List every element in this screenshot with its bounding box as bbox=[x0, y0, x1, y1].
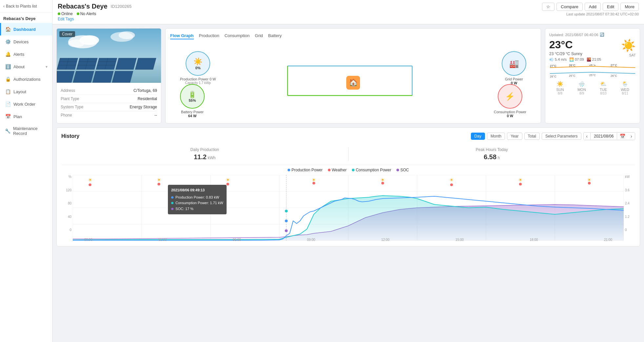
period-day-button[interactable]: Day bbox=[471, 133, 485, 140]
svg-text:27°C: 27°C bbox=[611, 64, 617, 67]
date-prev-button[interactable]: ‹ bbox=[584, 133, 591, 140]
add-button[interactable]: Add bbox=[585, 3, 601, 11]
sidebar-item-devices[interactable]: ⚙️ Devices bbox=[0, 35, 52, 48]
svg-rect-8 bbox=[96, 58, 117, 70]
weather-chart: 27°C 26°C 28°C 27°C 26°C 25°C 25°C 26°C bbox=[549, 64, 636, 77]
battery-node: 🔋 55% Battery Power 64 W bbox=[180, 84, 205, 118]
svg-point-50 bbox=[89, 183, 91, 186]
svg-text:25°C: 25°C bbox=[569, 74, 576, 77]
devices-icon: ⚙️ bbox=[5, 39, 11, 45]
tab-grid[interactable]: Grid bbox=[255, 33, 263, 39]
sidebar-item-authorizations[interactable]: 🔒 Authorizations bbox=[0, 73, 52, 85]
plant-id: ID1200265 bbox=[111, 4, 132, 9]
alerts-icon: 🔔 bbox=[5, 51, 11, 57]
sidebar-plant-name: Rebacas's Deye bbox=[0, 13, 52, 23]
legend-soc-dot bbox=[396, 169, 399, 171]
more-button[interactable]: More bbox=[620, 3, 639, 11]
peak-hours-stat: Peak Hours Today 6.58 h bbox=[349, 147, 635, 161]
y-axis-left: % 120 80 40 0 bbox=[61, 175, 73, 232]
solar-node: ☀️ 0% Production Power 0 W Capacity 1.7 … bbox=[180, 51, 216, 85]
topbar-actions: ☆ Compare Add Edit More bbox=[542, 3, 639, 11]
address-label: Address bbox=[61, 88, 75, 93]
period-total-button[interactable]: Total bbox=[524, 133, 540, 140]
sidebar-item-workorder[interactable]: 📄 Work Order bbox=[0, 98, 52, 110]
back-arrow-icon: ‹ bbox=[3, 4, 5, 9]
svg-text:28°C: 28°C bbox=[589, 64, 596, 66]
sidebar-item-about[interactable]: ℹ️ About ▼ bbox=[0, 60, 52, 73]
forecast-mon: 🌧️ MON 8/9 bbox=[571, 81, 593, 95]
home-icon: 🏠 bbox=[346, 76, 360, 90]
chart-svg-area: ☀ ☀ ☀ ☀ ☀ ☀ ☀ ☀ bbox=[73, 175, 624, 242]
plant-type-label: Plant Type bbox=[61, 96, 79, 101]
svg-text:☀: ☀ bbox=[380, 177, 385, 182]
main-area: Rebacas's Deye ID1200265 Online No Alert… bbox=[52, 0, 644, 342]
svg-text:☀: ☀ bbox=[587, 177, 591, 182]
sidebar-item-plan[interactable]: 📅 Plan bbox=[0, 110, 52, 123]
topbar: Rebacas's Deye ID1200265 Online No Alert… bbox=[52, 0, 644, 24]
content-area: Cover Address C/Tortuga, 69 Plant Type R… bbox=[52, 24, 644, 342]
x-axis: 00:00 03:00 06:00 09:00 12:00 15:00 18:0… bbox=[84, 238, 612, 242]
svg-rect-6 bbox=[57, 58, 78, 70]
plant-type-row: Plant Type Residential bbox=[61, 95, 157, 103]
svg-rect-20 bbox=[57, 71, 74, 83]
calendar-button[interactable]: 📅 bbox=[617, 133, 628, 140]
phone-value: -- bbox=[154, 113, 157, 118]
weather-wind-info: 💨 5.4 m/s 🌅 07:09 🌇 21:05 bbox=[549, 57, 601, 62]
edit-tags-button[interactable]: Edit Tags bbox=[58, 17, 131, 21]
history-controls: Day Month Year Total Select Parameters ‹… bbox=[471, 132, 635, 140]
sidebar-item-dashboard[interactable]: 🏠 Dashboard bbox=[0, 23, 52, 35]
history-header: History Day Month Year Total Select Para… bbox=[61, 132, 635, 140]
back-to-plants-button[interactable]: ‹ Back to Plants list bbox=[0, 0, 52, 13]
battery-label: Battery Power 64 W bbox=[181, 110, 204, 118]
weather-main: 23°C 23 °C/29 °C Sunny 💨 5.4 m/s 🌅 07:09… bbox=[549, 39, 636, 62]
select-parameters-button[interactable]: Select Parameters bbox=[542, 133, 581, 140]
svg-text:26°C: 26°C bbox=[569, 64, 576, 67]
svg-point-67 bbox=[285, 219, 288, 223]
sidebar-item-layout[interactable]: 📋 Layout bbox=[0, 85, 52, 98]
alerts-status: No Alerts bbox=[77, 11, 96, 16]
legend-soc: SOC bbox=[396, 168, 409, 172]
sidebar-item-alerts[interactable]: 🔔 Alerts bbox=[0, 48, 52, 60]
sidebar-item-maintenance[interactable]: 🔧 Maintenance Record bbox=[0, 123, 52, 139]
history-stats: Daily Production 11.2 kWh Peak Hours Tod… bbox=[61, 143, 635, 165]
dashboard-icon: 🏠 bbox=[5, 26, 11, 32]
date-next-button[interactable]: › bbox=[628, 133, 635, 140]
address-row: Address C/Tortuga, 69 bbox=[61, 87, 157, 95]
period-month-button[interactable]: Month bbox=[487, 133, 505, 140]
sidebar-item-label: Alerts bbox=[13, 52, 24, 57]
topbar-right: ☆ Compare Add Edit More Last update 2021… bbox=[542, 3, 639, 16]
forecast-wed: 🌦️ WED 8/11 bbox=[614, 81, 636, 95]
y-axis-right: kW 3.6 2.4 1.2 0 bbox=[624, 175, 635, 232]
tab-consumption[interactable]: Consumption bbox=[225, 33, 250, 39]
tab-battery[interactable]: Battery bbox=[268, 33, 282, 39]
svg-text:☀: ☀ bbox=[157, 177, 161, 182]
favorite-button[interactable]: ☆ bbox=[542, 3, 554, 11]
topbar-status: Online No Alerts bbox=[58, 11, 131, 16]
compare-button[interactable]: Compare bbox=[556, 3, 582, 11]
legend-production-dot bbox=[288, 169, 290, 171]
chart-container: % 120 80 40 0 kW 3.6 2.4 1.2 0 bbox=[61, 175, 635, 242]
workorder-icon: 📄 bbox=[5, 101, 11, 107]
weather-sun-icon: ☀️ bbox=[621, 39, 636, 53]
svg-text:25°C: 25°C bbox=[589, 74, 596, 77]
chart-svg: ☀ ☀ ☀ ☀ ☀ ☀ ☀ ☀ bbox=[73, 175, 624, 241]
solar-circle: ☀️ 0% bbox=[186, 51, 210, 76]
online-status: Online bbox=[58, 11, 73, 16]
sidebar-item-label: Devices bbox=[13, 39, 29, 44]
phone-label: Phone bbox=[61, 113, 72, 118]
svg-rect-22 bbox=[92, 71, 113, 83]
svg-rect-7 bbox=[76, 58, 97, 70]
system-type-value: Energy Storage bbox=[130, 105, 157, 109]
svg-text:27°C: 27°C bbox=[550, 64, 557, 68]
tab-production[interactable]: Production bbox=[199, 33, 219, 39]
period-year-button[interactable]: Year bbox=[507, 133, 522, 140]
edit-button[interactable]: Edit bbox=[603, 3, 618, 11]
flow-graph-card: Flow Graph Production Consumption Grid B… bbox=[165, 28, 541, 123]
peak-hours-value: 6.58 bbox=[484, 153, 496, 160]
forecast-sun: ☀️ SUN 8/8 bbox=[549, 81, 571, 95]
tab-flow-graph[interactable]: Flow Graph bbox=[170, 33, 194, 39]
svg-text:☀: ☀ bbox=[226, 177, 230, 182]
svg-point-51 bbox=[157, 183, 160, 185]
plant-card: Cover Address C/Tortuga, 69 Plant Type R… bbox=[56, 28, 161, 123]
svg-point-55 bbox=[450, 183, 453, 186]
